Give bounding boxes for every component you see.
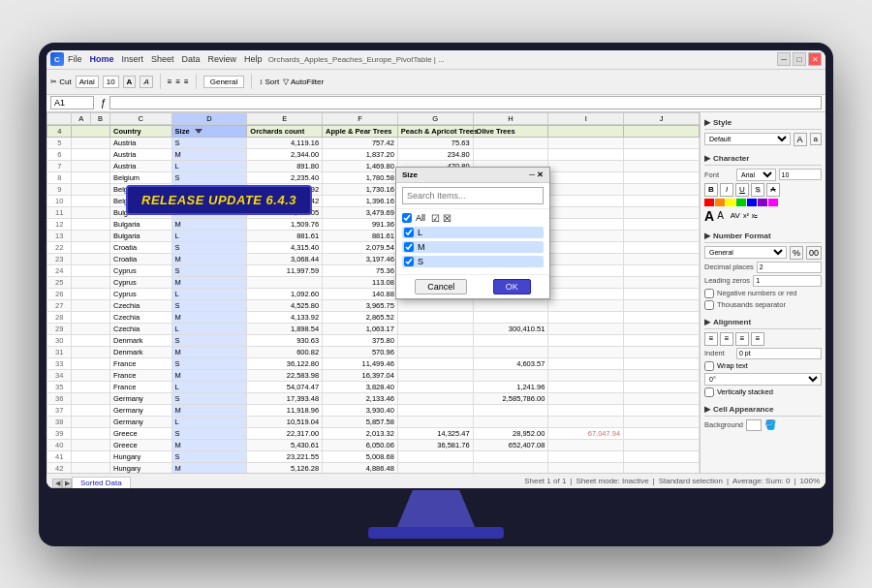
thousands-btn[interactable]: 00 — [806, 246, 822, 260]
strikethrough-button[interactable]: A — [766, 183, 780, 197]
prev-sheet-btn[interactable]: ◀ — [52, 479, 62, 488]
filter-M-option[interactable]: M — [402, 241, 544, 253]
filter-all-checkbox[interactable] — [402, 213, 412, 223]
col-orchards: Orchards count — [247, 125, 323, 137]
filter-dialog-buttons: Cancel OK — [396, 274, 549, 298]
style-select[interactable]: Default — [704, 133, 791, 145]
col-size[interactable]: Size — [171, 125, 247, 137]
sheet-tab-sorted[interactable]: Sorted Data — [72, 477, 131, 488]
table-scroll[interactable]: 4 Country Size Orchards count Apple & Pe… — [47, 125, 700, 473]
align-center-btn[interactable]: ≡ — [720, 332, 733, 346]
name-box[interactable] — [50, 96, 94, 109]
bold-button[interactable]: B — [704, 183, 718, 197]
filter-S-checkbox[interactable] — [404, 257, 414, 266]
filter-header-controls: ─ ✕ — [529, 170, 544, 179]
color-red[interactable] — [704, 199, 714, 206]
menu-data[interactable]: Data — [182, 54, 201, 64]
italic-button[interactable]: I — [720, 183, 733, 197]
table-row: 27 Czechia S 4,525.80 3,965.75 — [47, 299, 700, 311]
filter-M-checkbox[interactable] — [404, 242, 414, 252]
minimize-button[interactable]: ─ — [777, 52, 791, 66]
align-left-btn[interactable]: ≡ — [704, 332, 718, 346]
app-icon: C — [50, 52, 64, 66]
menu-home[interactable]: Home — [90, 54, 114, 64]
indent-input[interactable] — [736, 348, 822, 359]
close-button[interactable]: ✕ — [808, 52, 822, 66]
row-5-blank — [72, 137, 110, 148]
superscript-icon: x² — [743, 212, 749, 219]
menu-help[interactable]: Help — [244, 54, 263, 64]
alignment-header: ▶ Alignment — [704, 316, 822, 329]
release-badge: RELEASE UPDATE 6.4.3 — [126, 185, 312, 215]
text-orient-select[interactable]: 0° — [704, 373, 822, 386]
filter-L-option[interactable]: L — [402, 227, 544, 238]
col-header-C: C — [110, 112, 172, 124]
align-right-btn[interactable]: ≡ — [735, 332, 749, 346]
filter-cancel-button[interactable]: Cancel — [415, 279, 467, 294]
thousands-sep-checkbox[interactable] — [704, 300, 714, 310]
menu-insert[interactable]: Insert — [122, 54, 144, 64]
table-row: 37 Germany M 11,918.96 3,930.40 — [47, 404, 700, 416]
filter-all-option[interactable]: All ☑ ☒ — [402, 213, 544, 224]
leading-zeros-input[interactable] — [753, 275, 822, 287]
decimal-input[interactable] — [757, 262, 822, 273]
color-orange[interactable] — [715, 199, 725, 206]
toolbar-bold[interactable]: A — [123, 76, 137, 88]
row-5-apple: 757.42 — [323, 137, 398, 148]
style-a-btn[interactable]: a — [810, 133, 822, 145]
percent-btn[interactable]: % — [790, 246, 803, 260]
number-format-select[interactable]: General — [704, 246, 787, 259]
color-purple[interactable] — [758, 199, 767, 206]
toolbar-italic[interactable]: A — [140, 76, 152, 88]
underline-button[interactable]: U — [735, 183, 749, 197]
stacked-checkbox[interactable] — [704, 387, 714, 397]
align-justify-btn[interactable]: ≡ — [751, 332, 764, 346]
negative-checkbox[interactable] — [704, 289, 714, 298]
row-5-peach: 75.63 — [397, 137, 473, 148]
thousands-sep-row: Thousands separator — [704, 300, 822, 310]
toolbar-sort[interactable]: ↕ Sort — [259, 77, 279, 86]
table-row: 36 Germany S 17,393.48 2,133.46 2,585,78… — [47, 392, 700, 404]
toolbar-cut[interactable]: ✂ Cut — [50, 77, 72, 86]
filter-ok-button[interactable]: OK — [493, 279, 531, 294]
filter-L-label: L — [418, 228, 422, 237]
next-sheet-btn[interactable]: ▶ — [62, 479, 72, 488]
font-size-input[interactable] — [779, 169, 823, 180]
background-color-picker[interactable] — [746, 419, 762, 431]
style-A-btn[interactable]: A — [794, 133, 807, 146]
spreadsheet-main[interactable]: A B C D E F G H I J — [47, 112, 700, 473]
selection-info: Standard selection — [659, 477, 723, 485]
menu-sheet[interactable]: Sheet — [151, 54, 174, 64]
table-row: 13 Bulgaria L 881.61 881.61 1,670,835.52 — [47, 230, 700, 241]
toolbar-align-center[interactable]: ≡ — [175, 77, 180, 86]
color-green[interactable] — [736, 199, 746, 206]
stats-info: Average: Sum: 0 — [732, 477, 790, 485]
toolbar-align-right[interactable]: ≡ — [184, 77, 189, 86]
formula-input[interactable] — [109, 96, 822, 109]
table-row: 25 Cyprus M 113.08 1,306.35 — [47, 276, 700, 288]
shadow-button[interactable]: S — [751, 183, 764, 197]
color-yellow[interactable] — [726, 199, 735, 206]
menu-review[interactable]: Review — [208, 54, 237, 64]
font-style-row: B I U S A — [704, 183, 822, 197]
menu-file[interactable]: File — [68, 54, 82, 64]
toolbar-align-left[interactable]: ≡ — [168, 77, 172, 86]
filter-search-input[interactable] — [402, 187, 544, 204]
color-blue[interactable] — [747, 199, 757, 206]
dropper-icon[interactable]: 🪣 — [764, 419, 776, 430]
negative-label: Negative numbers or red — [717, 289, 797, 297]
filter-options-area: All ☑ ☒ L M S — [396, 209, 549, 274]
font-select[interactable]: Arial — [736, 169, 776, 181]
filter-minimize-icon[interactable]: ─ — [529, 170, 535, 179]
filter-close-icon[interactable]: ✕ — [537, 170, 544, 179]
filter-L-checkbox[interactable] — [404, 228, 414, 237]
toolbar-autofilter[interactable]: ▽ AutoFilter — [283, 77, 324, 86]
wrap-row: Wrap text — [704, 361, 822, 371]
wrap-checkbox[interactable] — [704, 361, 714, 371]
maximize-button[interactable]: □ — [793, 52, 806, 66]
col-header-G: G — [397, 112, 473, 124]
color-pink[interactable] — [768, 199, 778, 206]
indent-row: Indent — [704, 348, 822, 359]
filter-S-option[interactable]: S — [402, 256, 544, 267]
monitor-base — [368, 527, 504, 539]
